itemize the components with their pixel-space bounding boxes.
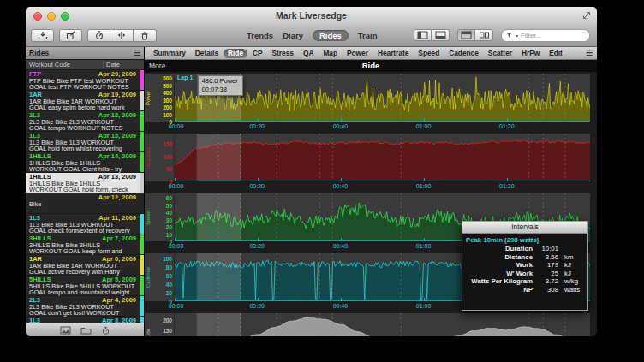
view-tab-diary[interactable]: Diary	[283, 31, 303, 40]
x-tick-label: 00:20	[249, 303, 265, 310]
y-tick-label: 400	[153, 90, 172, 96]
axis-label-power: Power	[146, 74, 152, 122]
ride-date: Apr 18, 2009	[98, 112, 136, 119]
column-workout-code[interactable]: Workout Code	[26, 61, 103, 68]
chart-tab-hrpw[interactable]: HrPw	[517, 49, 544, 58]
ride-row[interactable]: 1L3Apr 11, 20091L3 Bike Bike 1L3 WORKOUT…	[26, 214, 144, 234]
delete-ride-button[interactable]	[134, 29, 157, 42]
chart-tabbar-menu-icon[interactable]: ☰	[586, 49, 593, 57]
tiled-view-button[interactable]	[475, 29, 493, 41]
toggle-bottombar-button[interactable]	[432, 29, 450, 41]
x-axis-tick	[424, 118, 425, 122]
axis-label-cadence: Cadence	[146, 253, 152, 301]
chart-tab-heartrate[interactable]: Heartrate	[373, 49, 413, 58]
ride-row[interactable]: 1ARApr 19, 20091AR Bike Bike 1AR WORKOUT…	[26, 91, 144, 111]
ride-row[interactable]: 1L3Apr 3, 2009	[26, 317, 144, 323]
y-tick-label: 100	[153, 112, 172, 118]
manual-entry-button[interactable]	[59, 29, 82, 42]
stopwatch-icon[interactable]	[101, 326, 110, 335]
tooltip-power-value: 486.0 Power	[202, 77, 238, 86]
ride-date: Apr 11, 2009	[98, 215, 136, 222]
fullscreen-icon[interactable]	[582, 11, 591, 20]
toggle-sidebar-button[interactable]	[414, 29, 432, 41]
chart-power[interactable]: Power6005004003002001000Lap 1486.0 Power…	[145, 74, 590, 122]
x-axis-tick	[341, 118, 342, 122]
y-tick-label: 10	[153, 232, 172, 238]
plot-area-heartrate[interactable]	[174, 134, 590, 181]
x-tick-label: 00:00	[169, 243, 184, 250]
tabbed-view-button[interactable]	[457, 29, 475, 41]
chart-tab-details[interactable]: Details	[191, 49, 223, 58]
chart-altitude[interactable]: Altitude200150100500	[145, 313, 590, 336]
stopwatch-button[interactable]	[87, 29, 110, 42]
chart-tab-map[interactable]: Map	[319, 49, 342, 58]
filter-dropdown-arrow[interactable]: ▾	[516, 33, 518, 39]
plot-area-power[interactable]: Lap 1486.0 Power00:07:38	[174, 74, 590, 122]
stat-label: NP	[462, 286, 533, 294]
sidebar-menu-icon[interactable]: ☰	[134, 49, 140, 57]
ride-code: 1AR	[29, 92, 42, 98]
chart-tab-ride[interactable]: Ride	[224, 49, 247, 58]
split-icon	[116, 31, 127, 39]
split-ride-button[interactable]	[110, 29, 134, 42]
intervals-popup-title[interactable]: Intervals	[462, 222, 587, 234]
interval-stat-row: Work179kJ	[462, 261, 587, 270]
chart-tab-scatter[interactable]: Scatter	[484, 49, 516, 58]
chart-tab-edit[interactable]: Edit	[545, 49, 567, 58]
chart-heartrate[interactable]: Heartrate150100500	[145, 134, 590, 181]
view-tab-trends[interactable]: Trends	[247, 31, 273, 40]
y-tick-label: 100	[153, 154, 172, 160]
ride-row[interactable]: 2L3Apr 4, 20092L3 Bike Bike 2L3 WORKOUTG…	[26, 296, 144, 317]
ride-row[interactable]: 5HILLSApr 5, 20095HILLS Bike Bike 5HILLS…	[26, 276, 144, 296]
x-tick-label: 00:00	[169, 183, 184, 190]
stat-value: 179	[533, 261, 558, 270]
ride-header: More... Ride	[145, 60, 597, 72]
tiled-window-icon	[479, 31, 490, 39]
import-ride-button[interactable]	[31, 29, 54, 42]
app-window: Mark Liversedge	[26, 7, 597, 336]
filter-input[interactable]: ▾ Filter...	[501, 29, 590, 42]
ride-row[interactable]: Apr 12, 2009Bike	[26, 193, 144, 214]
ride-row[interactable]: 3HILLSApr 7, 20093HILLS Bike Bike 3HILLS…	[26, 234, 144, 255]
chart-tab-cadence[interactable]: Cadence	[444, 49, 483, 58]
chart-tab-summary[interactable]: Summary	[149, 49, 190, 58]
ride-description: GOAL tempo WORKOUT NOTES	[29, 125, 136, 131]
chart-tab-stress[interactable]: Stress	[268, 49, 298, 58]
view-tab-train[interactable]: Train	[358, 31, 378, 40]
y-axis-speed: Speed6050403020100	[145, 193, 174, 241]
close-button[interactable]	[33, 12, 42, 21]
photo-icon[interactable]	[60, 326, 71, 335]
ride-row[interactable]: 1ARApr 6, 20091AR Bike Bike 1AR WORKOUTG…	[26, 255, 144, 276]
traffic-lights	[33, 12, 69, 21]
ride-row[interactable]: FTPApr 20, 2009FTP Bike Bike FTP test WO…	[26, 70, 144, 91]
chart-tab-cp[interactable]: CP	[248, 49, 267, 58]
ride-row[interactable]: 1HILLSApr 14, 20091HILLS Bike Bike 1HILL…	[26, 152, 144, 173]
minimize-button[interactable]	[47, 12, 56, 21]
chart-tab-speed[interactable]: Speed	[414, 49, 444, 58]
screen-background: Mark Liversedge	[0, 0, 644, 362]
plot-area-altitude[interactable]	[174, 313, 590, 336]
titlebar[interactable]: Mark Liversedge	[26, 7, 597, 24]
folder-icon[interactable]	[80, 326, 92, 335]
stat-unit: km	[558, 253, 573, 262]
funnel-icon	[506, 32, 513, 39]
ride-date: Apr 20, 2009	[98, 71, 136, 78]
interval-name: Peak 10min (298 watts)	[462, 234, 587, 245]
ride-row[interactable]: 2L3Apr 18, 20092L3 Bike Bike 2L3 WORKOUT…	[26, 111, 144, 132]
x-tick-label: 01:20	[499, 123, 515, 130]
ride-row[interactable]: 1HILLSApr 13, 20091HILLS Bike Bike 1HILL…	[26, 173, 144, 193]
chart-tab-qa[interactable]: QA	[299, 49, 318, 58]
view-tab-rides[interactable]: Rides	[313, 30, 349, 41]
x-axis-tick	[258, 118, 259, 122]
ride-date: Apr 3, 2009	[102, 317, 136, 323]
ride-date: Apr 19, 2009	[98, 92, 136, 98]
ride-row[interactable]: 1L3Apr 15, 20091L3 Bike Bike 1L3 WORKOUT…	[26, 132, 144, 152]
chart-tab-power[interactable]: Power	[343, 49, 373, 58]
x-tick-label: 01:00	[416, 243, 432, 250]
column-date[interactable]: Date	[103, 61, 144, 68]
x-tick-label: 01:20	[499, 183, 515, 190]
maximize-button[interactable]	[61, 12, 69, 21]
view-switcher: TrendsDiaryRidesTrain	[247, 24, 378, 46]
x-axis-labels: 00:0000:2000:4001:0001:20	[174, 181, 590, 192]
x-axis-tick	[507, 178, 508, 181]
